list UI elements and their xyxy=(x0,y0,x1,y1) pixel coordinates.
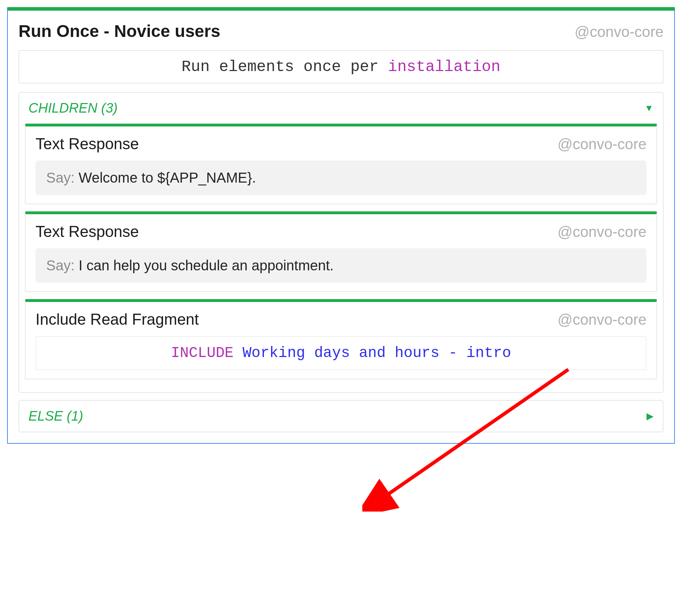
else-label: ELSE (1) xyxy=(28,409,83,424)
block-handle: @convo-core xyxy=(575,23,664,40)
say-content: Say: Welcome to ${APP_NAME}. xyxy=(36,161,646,195)
card-title: Text Response xyxy=(36,223,139,241)
chevron-down-icon: ▼ xyxy=(644,103,654,114)
include-content: INCLUDE Working days and hours - intro xyxy=(36,336,646,370)
run-keyword: installation xyxy=(388,58,500,76)
say-prefix: Say: xyxy=(46,258,79,273)
run-description: Run elements once per installation xyxy=(18,50,664,83)
card-title: Include Read Fragment xyxy=(36,310,199,328)
chevron-right-icon: ▶ xyxy=(646,411,654,422)
children-toggle[interactable]: CHILDREN (3) ▼ xyxy=(19,93,663,124)
run-prefix: Run elements once per xyxy=(182,58,388,76)
say-text: Welcome to ${APP_NAME}. xyxy=(79,170,256,185)
card-handle: @convo-core xyxy=(558,136,646,153)
say-text: I can help you schedule an appointment. xyxy=(79,258,334,273)
children-label: CHILDREN (3) xyxy=(28,101,118,116)
include-fragment-card[interactable]: Include Read Fragment @convo-core INCLUD… xyxy=(25,299,657,379)
card-handle: @convo-core xyxy=(558,223,646,241)
include-name: Working days and hours - intro xyxy=(243,345,511,362)
card-header: Text Response @convo-core xyxy=(36,135,646,153)
text-response-card[interactable]: Text Response @convo-core Say: I can hel… xyxy=(25,211,657,292)
block-header: Run Once - Novice users @convo-core xyxy=(18,21,664,41)
card-header: Text Response @convo-core xyxy=(36,223,646,241)
card-header: Include Read Fragment @convo-core xyxy=(36,310,646,328)
card-handle: @convo-core xyxy=(558,311,646,328)
children-section: CHILDREN (3) ▼ Text Response @convo-core… xyxy=(18,92,664,393)
text-response-card[interactable]: Text Response @convo-core Say: Welcome t… xyxy=(25,124,657,204)
say-prefix: Say: xyxy=(46,170,79,185)
include-keyword: INCLUDE xyxy=(171,345,243,362)
card-title: Text Response xyxy=(36,135,139,153)
block-title: Run Once - Novice users xyxy=(18,21,220,41)
say-content: Say: I can help you schedule an appointm… xyxy=(36,248,646,283)
else-section: ELSE (1) ▶ xyxy=(18,400,664,432)
run-once-block[interactable]: Run Once - Novice users @convo-core Run … xyxy=(7,7,675,444)
else-toggle[interactable]: ELSE (1) ▶ xyxy=(19,401,663,432)
